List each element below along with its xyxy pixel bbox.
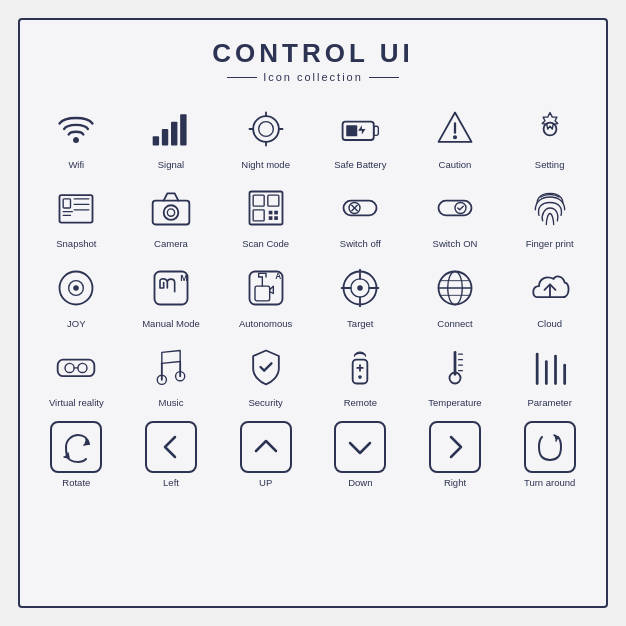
joy-label: JOY	[67, 318, 85, 329]
signal-icon	[145, 103, 197, 155]
caution-label: Caution	[439, 159, 472, 170]
music-label: Music	[159, 397, 184, 408]
parameter-label: Parameter	[527, 397, 571, 408]
setting-icon	[524, 103, 576, 155]
signal-label: Signal	[158, 159, 184, 170]
icon-grid: Wifi Signal	[30, 97, 596, 492]
wifi-icon	[50, 103, 102, 155]
autonomous-label: Autonomous	[239, 318, 292, 329]
caution-icon	[429, 103, 481, 155]
target-label: Target	[347, 318, 373, 329]
svg-rect-31	[268, 211, 272, 215]
left-icon	[145, 421, 197, 473]
left-label: Left	[163, 477, 179, 488]
right-icon	[429, 421, 481, 473]
svg-point-15	[454, 136, 457, 139]
icon-cell-finger-print: Finger print	[503, 176, 596, 253]
manual-mode-label: Manual Mode	[142, 318, 200, 329]
icon-cell-scan-code: Scan Code	[219, 176, 312, 253]
icon-cell-rotate: Rotate	[30, 415, 123, 492]
svg-rect-13	[347, 125, 358, 136]
svg-rect-34	[274, 217, 278, 221]
icon-cell-temperature: Temperature	[409, 335, 502, 412]
finger-print-label: Finger print	[526, 238, 574, 249]
svg-rect-4	[180, 114, 186, 145]
svg-point-64	[65, 364, 74, 373]
down-label: Down	[348, 477, 372, 488]
up-icon	[240, 421, 292, 473]
icon-cell-night-mode: Night mode	[219, 97, 312, 174]
icon-cell-connect: Connect	[409, 256, 502, 333]
night-mode-label: Night mode	[241, 159, 290, 170]
icon-cell-left: Left	[125, 415, 218, 492]
svg-point-5	[253, 116, 279, 142]
camera-label: Camera	[154, 238, 188, 249]
virtual-reality-label: Virtual reality	[49, 397, 104, 408]
parameter-icon	[524, 341, 576, 393]
camera-icon	[145, 182, 197, 234]
svg-point-56	[358, 285, 364, 291]
svg-point-26	[167, 209, 174, 216]
icon-cell-caution: Caution	[409, 97, 502, 174]
card: CONTROL UI Icon collection Wifi	[18, 18, 608, 608]
icon-cell-switch-off: Switch off	[314, 176, 407, 253]
remote-label: Remote	[344, 397, 377, 408]
icon-cell-turn-around: Turn around	[503, 415, 596, 492]
svg-rect-3	[171, 122, 177, 146]
svg-point-65	[78, 364, 87, 373]
switch-off-label: Switch off	[340, 238, 381, 249]
icon-cell-music: Music	[125, 335, 218, 412]
svg-point-0	[74, 138, 79, 143]
connect-label: Connect	[437, 318, 472, 329]
svg-rect-29	[267, 196, 278, 207]
svg-rect-30	[253, 210, 264, 221]
switch-on-icon	[429, 182, 481, 234]
svg-rect-18	[63, 199, 70, 208]
rotate-label: Rotate	[62, 477, 90, 488]
safe-battery-icon	[334, 103, 386, 155]
icon-cell-snapshot: Snapshot	[30, 176, 123, 253]
svg-rect-12	[374, 126, 379, 135]
scan-code-icon	[240, 182, 292, 234]
remote-icon	[334, 341, 386, 393]
icon-cell-safe-battery: Safe Battery	[314, 97, 407, 174]
icon-cell-target: Target	[314, 256, 407, 333]
turn-around-label: Turn around	[524, 477, 575, 488]
icon-cell-parameter: Parameter	[503, 335, 596, 412]
snapshot-label: Snapshot	[56, 238, 96, 249]
page-title: CONTROL UI	[212, 38, 413, 69]
icon-cell-up: UP	[219, 415, 312, 492]
cloud-icon	[524, 262, 576, 314]
snapshot-icon	[50, 182, 102, 234]
cloud-label: Cloud	[537, 318, 562, 329]
svg-rect-2	[162, 129, 168, 146]
safe-battery-label: Safe Battery	[334, 159, 386, 170]
icon-cell-security: Security	[219, 335, 312, 412]
svg-point-74	[358, 375, 362, 379]
autonomous-icon: A	[240, 262, 292, 314]
right-label: Right	[444, 477, 466, 488]
up-label: UP	[259, 477, 272, 488]
manual-mode-icon: M	[145, 262, 197, 314]
svg-rect-33	[268, 217, 272, 221]
icon-cell-remote: Remote	[314, 335, 407, 412]
turn-around-icon	[524, 421, 576, 473]
icon-cell-camera: Camera	[125, 176, 218, 253]
security-label: Security	[248, 397, 282, 408]
virtual-reality-icon	[50, 341, 102, 393]
svg-point-6	[258, 122, 273, 137]
music-icon	[145, 341, 197, 393]
scan-code-label: Scan Code	[242, 238, 289, 249]
svg-text:M: M	[180, 272, 188, 282]
icon-cell-switch-on: Switch ON	[409, 176, 502, 253]
finger-print-icon	[524, 182, 576, 234]
security-icon	[240, 341, 292, 393]
svg-text:A: A	[275, 272, 281, 281]
switch-on-label: Switch ON	[433, 238, 478, 249]
temperature-icon	[429, 341, 481, 393]
switch-off-icon	[334, 182, 386, 234]
svg-rect-28	[253, 196, 264, 207]
connect-icon	[429, 262, 481, 314]
svg-rect-32	[274, 211, 278, 215]
icon-cell-manual-mode: M Manual Mode	[125, 256, 218, 333]
